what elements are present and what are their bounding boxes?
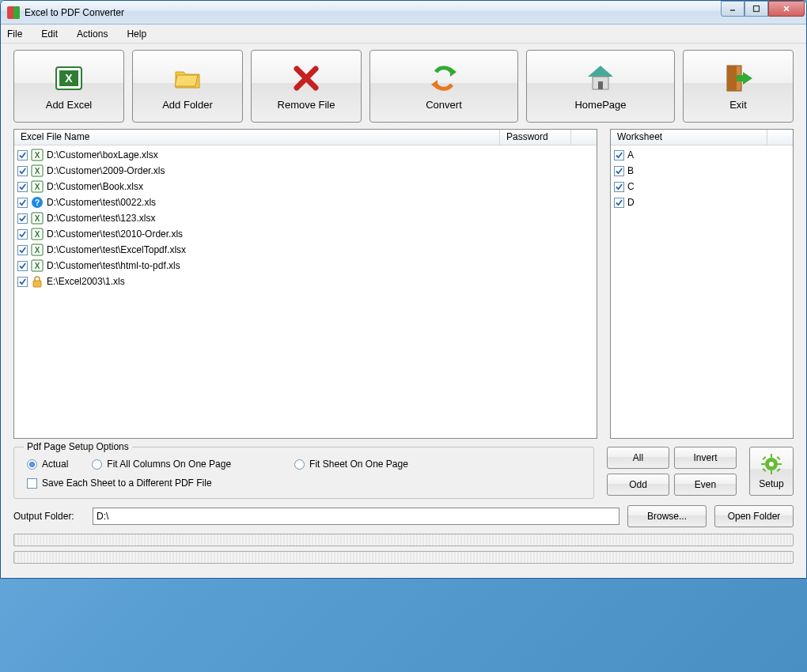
file-type-icon: X — [31, 212, 44, 225]
radio-fit-sheet-label: Fit Sheet On One Page — [309, 459, 408, 470]
row-checkbox[interactable] — [17, 277, 28, 287]
file-path: D:\Customer\2009-Order.xls — [47, 165, 165, 176]
file-row[interactable]: XD:\Customer\test\ExcelTopdf.xlsx — [17, 242, 593, 258]
worksheet-name: B — [627, 165, 634, 176]
remove-file-button[interactable]: Remove File — [251, 50, 362, 123]
file-row[interactable]: XD:\Customer\Book.xlsx — [17, 179, 593, 194]
remove-file-label: Remove File — [278, 99, 335, 111]
row-checkbox[interactable] — [17, 229, 28, 240]
save-each-label: Save Each Sheet to a Different PDF File — [42, 478, 212, 489]
row-checkbox[interactable] — [614, 166, 624, 176]
svg-rect-33 — [33, 281, 41, 287]
window-controls — [721, 1, 805, 17]
home-icon — [585, 62, 616, 94]
row-checkbox[interactable] — [614, 198, 624, 208]
progress-bar-1 — [13, 534, 794, 546]
menu-file[interactable]: File — [7, 28, 22, 40]
file-path: D:\Customer\test\html-to-pdf.xls — [47, 260, 180, 271]
worksheet-name: C — [627, 181, 635, 192]
invert-button[interactable]: Invert — [674, 447, 737, 469]
file-row[interactable]: ?D:\Customer\test\0022.xls — [17, 194, 593, 210]
minimize-button[interactable] — [721, 1, 744, 17]
menu-actions[interactable]: Actions — [77, 28, 108, 40]
pdf-setup-legend: Pdf Page Setup Options — [24, 441, 132, 452]
file-type-icon: X — [31, 164, 44, 177]
svg-text:X: X — [35, 246, 40, 255]
radio-indicator — [27, 459, 37, 470]
select-all-button[interactable]: All — [607, 447, 669, 469]
row-checkbox[interactable] — [17, 213, 28, 224]
col-spacer2 — [767, 130, 793, 145]
worksheet-row[interactable]: D — [614, 194, 790, 210]
file-row[interactable]: XD:\Customer\test\html-to-pdf.xls — [17, 258, 593, 274]
file-type-icon: X — [31, 149, 44, 161]
row-checkbox[interactable] — [17, 150, 28, 160]
row-checkbox[interactable] — [17, 166, 28, 176]
convert-button[interactable]: Convert — [369, 50, 518, 123]
col-password[interactable]: Password — [500, 130, 571, 145]
worksheet-row[interactable]: B — [614, 163, 790, 179]
col-worksheet[interactable]: Worksheet — [611, 130, 767, 145]
row-checkbox[interactable] — [17, 245, 28, 255]
file-row[interactable]: E:\Excel2003\1.xls — [17, 274, 593, 289]
file-path: D:\Customer\test\2010-Order.xls — [47, 228, 183, 240]
worksheet-name: A — [627, 149, 634, 160]
file-row[interactable]: XD:\Customer\test\2010-Order.xls — [17, 226, 593, 242]
menu-help[interactable]: Help — [127, 28, 146, 40]
window-title: Excel to PDF Converter — [25, 7, 124, 18]
convert-label: Convert — [426, 99, 462, 111]
mid-row: Excel File Name Password XD:\Customer\bo… — [13, 129, 794, 439]
worksheet-body[interactable]: ABCD — [611, 145, 793, 438]
file-list-body[interactable]: XD:\Customer\boxLage.xlsxXD:\Customer\20… — [14, 145, 597, 438]
radio-fit-columns-label: Fit All Columns On One Page — [107, 459, 231, 470]
row-checkbox[interactable] — [17, 261, 28, 271]
browse-button[interactable]: Browse... — [627, 505, 707, 527]
homepage-button[interactable]: HomePage — [526, 50, 675, 123]
file-row[interactable]: XD:\Customer\test\123.xlsx — [17, 210, 593, 226]
radio-fit-columns[interactable]: Fit All Columns On One Page — [92, 459, 231, 470]
exit-button[interactable]: Exit — [683, 50, 794, 123]
svg-rect-41 — [777, 456, 781, 460]
select-odd-button[interactable]: Odd — [607, 474, 669, 496]
pdf-setup-group: Pdf Page Setup Options Actual Fit All Co… — [13, 447, 594, 499]
add-folder-button[interactable]: Add Folder — [132, 50, 243, 123]
worksheet-row[interactable]: A — [614, 147, 790, 163]
open-folder-button[interactable]: Open Folder — [714, 505, 794, 527]
output-folder-input[interactable] — [93, 508, 619, 525]
radio-actual-label: Actual — [42, 459, 68, 470]
excel-icon: X — [53, 62, 85, 94]
file-path: D:\Customer\boxLage.xlsx — [47, 149, 158, 160]
save-each-checkbox[interactable]: Save Each Sheet to a Different PDF File — [27, 478, 584, 489]
worksheet-row[interactable]: C — [614, 179, 790, 194]
file-path: D:\Customer\Book.xlsx — [47, 181, 143, 192]
file-path: D:\Customer\test\ExcelTopdf.xlsx — [47, 244, 186, 255]
progress-bar-2 — [13, 551, 794, 564]
col-filename[interactable]: Excel File Name — [14, 130, 500, 145]
homepage-label: HomePage — [574, 99, 626, 111]
file-type-icon: X — [31, 228, 44, 240]
row-checkbox[interactable] — [17, 182, 28, 192]
maximize-button[interactable] — [744, 1, 768, 17]
radio-fit-sheet[interactable]: Fit Sheet On One Page — [294, 459, 408, 470]
file-row[interactable]: XD:\Customer\2009-Order.xls — [17, 163, 593, 179]
svg-rect-15 — [727, 66, 737, 91]
radio-actual[interactable]: Actual — [27, 459, 68, 470]
exit-icon — [722, 62, 754, 94]
row-checkbox[interactable] — [17, 198, 28, 208]
toolbar: X Add Excel Add Folder Remove File — [13, 50, 794, 123]
svg-text:X: X — [35, 214, 40, 223]
add-excel-button[interactable]: X Add Excel — [13, 50, 124, 123]
setup-button[interactable]: Setup — [749, 447, 794, 496]
selection-buttons: All Invert Odd Even — [607, 447, 737, 496]
app-window: Excel to PDF Converter File Edit Actions… — [0, 0, 807, 579]
svg-text:X: X — [35, 183, 40, 191]
row-checkbox[interactable] — [614, 150, 624, 160]
svg-point-35 — [769, 462, 774, 466]
file-row[interactable]: XD:\Customer\boxLage.xlsx — [17, 147, 593, 163]
app-icon — [7, 6, 20, 19]
remove-icon — [290, 62, 322, 94]
row-checkbox[interactable] — [614, 182, 624, 192]
menu-edit[interactable]: Edit — [41, 28, 58, 40]
close-button[interactable] — [768, 1, 805, 17]
select-even-button[interactable]: Even — [674, 474, 737, 496]
